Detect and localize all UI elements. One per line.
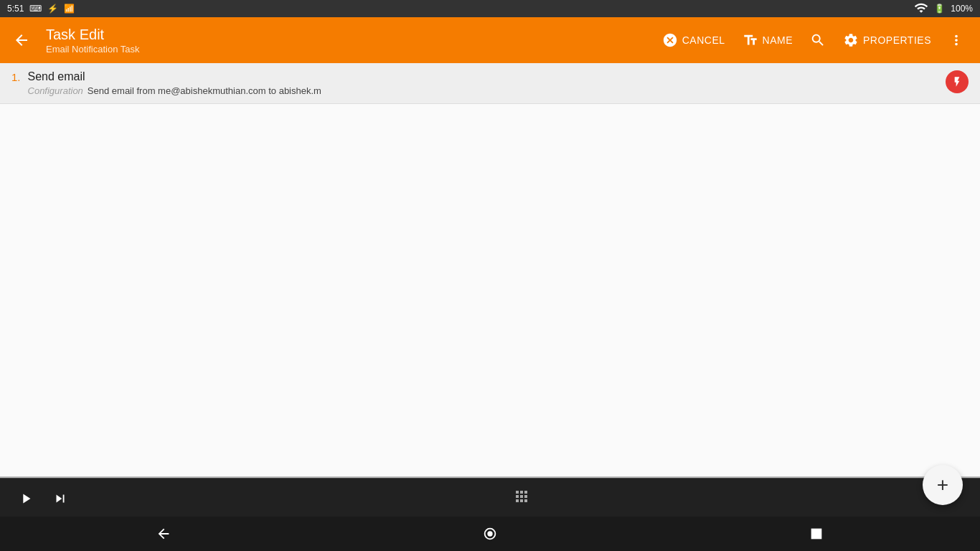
fab-add-button[interactable]: + — [923, 465, 963, 505]
bolt-icon: ⚡ — [47, 4, 58, 14]
app-bar-title: Task Edit Email Notification Task — [46, 27, 644, 55]
properties-label: PROPERTIES — [863, 34, 931, 46]
battery-icon: 🔋 — [934, 4, 945, 14]
nav-recent-button[interactable] — [799, 517, 834, 551]
page-subtitle: Email Notification Task — [46, 44, 644, 55]
fab-plus-icon: + — [937, 474, 948, 496]
play-button[interactable] — [11, 484, 40, 513]
bottom-center — [75, 488, 969, 509]
search-icon — [810, 32, 826, 48]
keyboard-icon: ⌨ — [29, 4, 42, 14]
skip-button[interactable] — [46, 484, 75, 513]
nav-back-button[interactable] — [146, 517, 181, 551]
properties-icon — [843, 32, 859, 48]
more-button[interactable] — [941, 27, 971, 54]
status-time: 5:51 — [7, 4, 24, 14]
status-bar: 5:51 ⌨ ⚡ 📶 🔋 100% — [0, 0, 980, 17]
delete-task-button[interactable] — [946, 70, 969, 93]
svg-point-1 — [487, 531, 492, 536]
task-number: 1. — [11, 71, 21, 83]
task-config: Configuration Send email from me@abishek… — [28, 85, 321, 96]
more-icon — [948, 32, 964, 48]
battery-percent: 100% — [951, 4, 973, 14]
bottom-action-bar — [0, 478, 980, 518]
grid-button[interactable] — [513, 488, 530, 509]
status-bar-right: 🔋 100% — [914, 1, 973, 17]
name-button[interactable]: NAME — [735, 27, 800, 54]
status-bar-left: 5:51 ⌨ ⚡ 📶 — [7, 4, 75, 14]
cancel-label: CANCEL — [682, 34, 725, 46]
task-item-right — [946, 70, 969, 93]
page-title: Task Edit — [46, 27, 644, 43]
cancel-button[interactable]: CANCEL — [655, 27, 732, 54]
task-content: Send email Configuration Send email from… — [28, 70, 321, 96]
task-name: Send email — [28, 70, 321, 83]
svg-rect-2 — [811, 529, 822, 540]
name-icon — [743, 32, 758, 48]
wifi-icon — [914, 1, 928, 17]
cancel-icon — [662, 32, 678, 48]
phone-icon: 📶 — [64, 4, 75, 14]
name-label: NAME — [763, 34, 793, 46]
content-area: 1. Send email Configuration Send email f… — [0, 63, 980, 476]
nav-home-button[interactable] — [473, 517, 507, 551]
back-button[interactable] — [9, 27, 34, 53]
task-config-label: Configuration — [28, 85, 83, 96]
task-item[interactable]: 1. Send email Configuration Send email f… — [0, 63, 980, 104]
app-bar: Task Edit Email Notification Task CANCEL… — [0, 17, 980, 63]
search-button[interactable] — [803, 27, 833, 54]
nav-bar — [0, 517, 980, 551]
task-item-left: 1. Send email Configuration Send email f… — [11, 70, 321, 96]
properties-button[interactable]: PROPERTIES — [836, 27, 938, 54]
app-bar-actions: CANCEL NAME PR — [655, 27, 971, 54]
task-config-value: Send email from me@abishekmuthian.com to… — [88, 85, 321, 96]
